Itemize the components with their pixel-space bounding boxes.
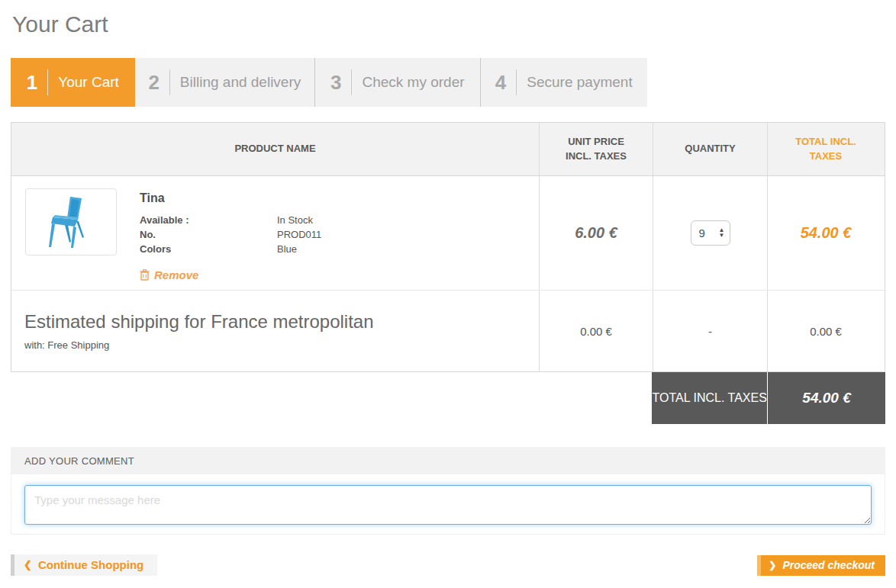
shipping-unit-price-cell: 0.00 € <box>539 291 653 371</box>
trash-icon <box>140 269 150 281</box>
step-divider <box>351 69 352 95</box>
shipping-unit-price: 0.00 € <box>580 325 612 338</box>
chair-image <box>34 194 108 250</box>
attribute-value: PROD011 <box>277 227 321 242</box>
step-divider <box>47 69 48 95</box>
step-number: 1 <box>27 71 37 95</box>
grand-total-row: TOTAL INCL. TAXES 54.00 € <box>11 372 885 424</box>
remove-label: Remove <box>154 268 198 281</box>
continue-shopping-button[interactable]: ❮ Continue Shopping <box>11 554 157 576</box>
header-total: TOTAL INCL. TAXES <box>767 123 884 175</box>
step-divider <box>169 69 170 95</box>
proceed-checkout-button[interactable]: ❯ Proceed checkout <box>757 555 885 576</box>
comment-section: ADD YOUR COMMENT <box>11 447 885 535</box>
attribute-value: Blue <box>277 242 297 256</box>
product-attribute: Available : In Stock <box>140 213 321 227</box>
row-total-value: 54.00 € <box>801 224 852 242</box>
product-thumbnail[interactable] <box>25 188 117 255</box>
header-unit-price: UNIT PRICE INCL. TAXES <box>539 123 653 175</box>
stepper-arrows-icon[interactable]: ▲▼ <box>719 228 725 239</box>
step-check-order[interactable]: 3 Check my order <box>314 58 479 107</box>
header-quantity: QUANTITY <box>653 123 767 175</box>
attribute-label: Available : <box>140 213 277 227</box>
step-billing-delivery[interactable]: 2 Billing and delivery <box>135 58 314 107</box>
footer-actions: ❮ Continue Shopping ❯ Proceed checkout <box>11 554 885 576</box>
cart-table-header: PRODUCT NAME UNIT PRICE INCL. TAXES QUAN… <box>11 123 885 176</box>
comment-input[interactable] <box>24 485 872 525</box>
shipping-method: with: Free Shipping <box>24 339 109 351</box>
page-title: Your Cart <box>12 11 885 38</box>
shipping-total: 0.00 € <box>810 325 842 338</box>
product-attribute: Colors Blue <box>140 242 321 256</box>
step-secure-payment[interactable]: 4 Secure payment <box>480 58 647 107</box>
step-divider <box>516 69 517 95</box>
quantity-value: 9 <box>699 227 719 239</box>
step-number: 3 <box>330 71 341 95</box>
proceed-checkout-label: Proceed checkout <box>782 559 875 571</box>
shipping-row: Estimated shipping for France metropolit… <box>11 291 885 371</box>
step-label: Check my order <box>362 74 464 91</box>
unit-price-value: 6.00 € <box>575 224 617 242</box>
product-row: Tina Available : In Stock No. PROD011 Co… <box>11 176 885 291</box>
grand-total-value: 54.00 € <box>767 372 885 424</box>
shipping-total-cell: 0.00 € <box>767 291 884 371</box>
remove-item-link[interactable]: Remove <box>140 268 198 281</box>
shipping-title: Estimated shipping for France metropolit… <box>24 311 374 333</box>
product-attribute: No. PROD011 <box>140 227 321 242</box>
product-name: Tina <box>140 191 321 205</box>
continue-shopping-label: Continue Shopping <box>38 558 143 571</box>
quantity-cell: 9 ▲▼ <box>653 176 767 290</box>
comment-body <box>11 474 885 535</box>
step-label: Billing and delivery <box>180 74 301 91</box>
unit-price-cell: 6.00 € <box>539 176 653 290</box>
step-number: 4 <box>495 71 506 95</box>
attribute-label: Colors <box>140 242 277 256</box>
step-label: Your Cart <box>58 74 119 91</box>
shipping-quantity-cell: - <box>653 291 767 371</box>
product-cell: Tina Available : In Stock No. PROD011 Co… <box>11 176 539 290</box>
chevron-right-icon: ❯ <box>769 560 776 570</box>
shipping-cell: Estimated shipping for France metropolit… <box>11 291 539 371</box>
comment-heading: ADD YOUR COMMENT <box>11 447 885 474</box>
quantity-stepper[interactable]: 9 ▲▼ <box>691 220 730 246</box>
grand-total-label: TOTAL INCL. TAXES <box>652 372 767 424</box>
attribute-value: In Stock <box>277 213 313 227</box>
cart-table: PRODUCT NAME UNIT PRICE INCL. TAXES QUAN… <box>11 122 885 372</box>
cart-page: Your Cart 1 Your Cart 2 Billing and deli… <box>11 11 885 576</box>
checkout-steps: 1 Your Cart 2 Billing and delivery 3 Che… <box>11 58 647 107</box>
step-label: Secure payment <box>527 74 632 91</box>
row-total-cell: 54.00 € <box>767 176 884 290</box>
attribute-label: No. <box>140 227 277 242</box>
chevron-left-icon: ❮ <box>24 559 32 570</box>
shipping-quantity: - <box>708 325 712 338</box>
product-details: Tina Available : In Stock No. PROD011 Co… <box>140 188 321 284</box>
step-number: 2 <box>148 71 159 95</box>
grand-total-spacer <box>11 372 652 424</box>
header-product-name: PRODUCT NAME <box>11 123 539 175</box>
step-your-cart[interactable]: 1 Your Cart <box>11 58 135 107</box>
